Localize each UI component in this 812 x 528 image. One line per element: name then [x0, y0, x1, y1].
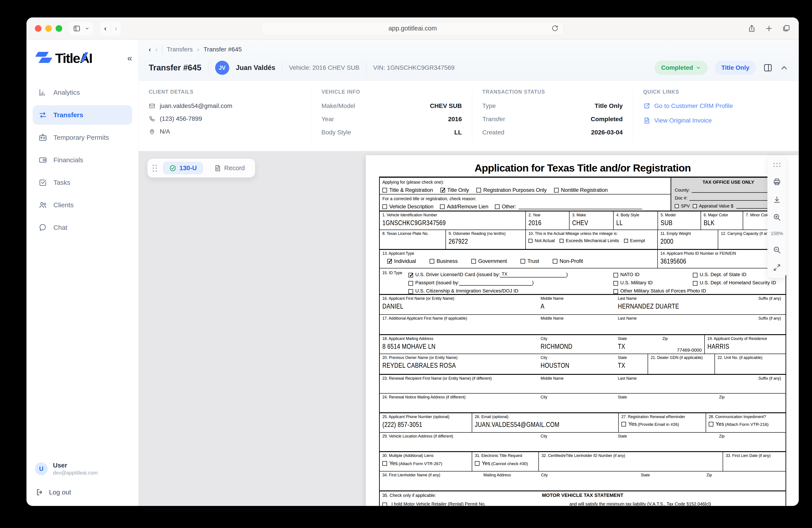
previous-owner-city-value[interactable]: HOUSTON: [541, 361, 598, 370]
county-value[interactable]: HARRIS: [707, 342, 768, 351]
body-style-value[interactable]: LL: [616, 219, 647, 227]
phone-value[interactable]: (222) 857-3051: [382, 420, 452, 429]
option-non-profit[interactable]: Non-Profit: [553, 258, 583, 264]
crm-profile-link[interactable]: Go to Customer CRM Profile: [643, 102, 788, 110]
empty-weight-value[interactable]: 2000: [661, 237, 704, 245]
status-badge[interactable]: Completed: [654, 61, 708, 75]
option-registration-purposes[interactable]: Registration Purposes Only: [476, 187, 547, 193]
checkbox[interactable]: [382, 503, 387, 506]
checkbox[interactable]: [693, 204, 697, 208]
checkbox[interactable]: [430, 259, 434, 263]
checkbox[interactable]: [408, 281, 413, 286]
option-driver-license[interactable]: U.S. Driver License/ID Card (issued by:T…: [408, 272, 611, 277]
sidebar-item-analytics[interactable]: Analytics: [33, 83, 132, 102]
option-title-registration[interactable]: Title & Registration: [382, 187, 433, 193]
last-name-value[interactable]: HERNANDEZ DUARTE: [618, 302, 698, 310]
reload-icon[interactable]: [551, 25, 559, 33]
checkbox[interactable]: [560, 239, 564, 243]
option-dhs-id[interactable]: U.S. Dept. of Homeland Security ID: [693, 280, 785, 286]
sidebar-item-chat[interactable]: Chat: [33, 218, 132, 237]
city-value[interactable]: RICHMOND: [541, 342, 598, 351]
checkbox[interactable]: [554, 188, 559, 192]
first-name-value[interactable]: DANIEL: [382, 302, 505, 310]
mailing-address-value[interactable]: 8 6514 MOHAVE LN: [382, 342, 505, 351]
major-color-value[interactable]: BLK: [704, 219, 733, 227]
checkbox[interactable]: [693, 281, 697, 286]
checkbox[interactable]: [440, 188, 445, 192]
sidebar-collapse-button[interactable]: «: [127, 53, 132, 63]
checkbox[interactable]: [382, 461, 387, 466]
option-exempt[interactable]: Exempt: [624, 238, 645, 243]
new-tab-icon[interactable]: [765, 24, 773, 33]
type-badge[interactable]: Title Only: [715, 61, 756, 75]
zip-value[interactable]: 77469-0000: [663, 347, 702, 353]
checkbox[interactable]: [471, 259, 476, 263]
email-value[interactable]: JUAN.VALDES54@GMAIL.COM: [475, 420, 588, 429]
option-other-military[interactable]: Other Military Status of Forces Photo ID: [613, 288, 693, 294]
option-exceeds-mechanical[interactable]: Exceeds Mechanical Limits: [560, 238, 619, 243]
model-value[interactable]: SUB: [661, 219, 691, 227]
forward-button[interactable]: ›: [115, 24, 117, 32]
sidebar-item-transfers[interactable]: Transfers: [33, 105, 132, 125]
previous-owner-value[interactable]: REYDEL CABRALES ROSA: [382, 361, 505, 370]
logout-button[interactable]: Log out: [33, 488, 132, 496]
photo-id-value[interactable]: 36195606: [661, 257, 758, 265]
original-invoice-link[interactable]: View Original Invoice: [643, 117, 788, 124]
checkbox[interactable]: [382, 204, 387, 209]
checkbox[interactable]: [475, 461, 479, 466]
option-not-actual[interactable]: Not Actual: [528, 238, 555, 243]
tab-overview-icon[interactable]: [782, 24, 791, 33]
option-add-remove-lien[interactable]: Add/Remove Lien: [440, 203, 488, 210]
checkbox[interactable]: [675, 204, 679, 208]
zoom-in-icon[interactable]: [773, 213, 781, 222]
sidebar-item-clients[interactable]: Clients: [33, 195, 132, 215]
checkbox[interactable]: [495, 204, 499, 209]
middle-name-value[interactable]: A: [541, 302, 598, 310]
fullscreen-icon[interactable]: [773, 263, 781, 272]
spv-option[interactable]: SPV: [675, 203, 690, 209]
minimize-window-button[interactable]: [45, 25, 52, 32]
zoom-out-icon[interactable]: [773, 246, 781, 254]
sidebar-toggle-button[interactable]: [69, 22, 93, 35]
option-nato-id[interactable]: NATO ID: [613, 272, 693, 277]
toolbar-drag-handle-icon[interactable]: [773, 163, 781, 167]
state-value[interactable]: TX: [618, 342, 649, 351]
odometer-value[interactable]: 267922: [449, 237, 508, 245]
split-view-icon[interactable]: [763, 63, 773, 73]
checkbox[interactable]: [613, 273, 618, 277]
checkbox[interactable]: [553, 259, 557, 263]
option-other[interactable]: Other:: [495, 203, 642, 210]
back-button[interactable]: ‹: [104, 24, 106, 32]
option-trust[interactable]: Trust: [521, 258, 539, 264]
option-individual[interactable]: Individual: [387, 258, 416, 264]
sidebar-item-financials[interactable]: Financials: [33, 150, 132, 170]
checkbox[interactable]: [440, 204, 445, 209]
drag-handle-icon[interactable]: [153, 165, 157, 172]
checkbox[interactable]: [408, 289, 413, 294]
previous-owner-state-value[interactable]: TX: [618, 361, 639, 370]
option-us-military-id[interactable]: U.S. Military ID: [613, 280, 693, 286]
option-nontitle-registration[interactable]: Nontitle Registration: [554, 187, 608, 193]
sidebar-item-tasks[interactable]: Tasks: [33, 173, 132, 192]
checkbox[interactable]: [613, 281, 618, 286]
breadcrumb-back-icon[interactable]: ‹: [149, 46, 151, 53]
breadcrumb-root[interactable]: Transfers: [167, 46, 193, 53]
checkbox[interactable]: [408, 273, 413, 277]
option-passport[interactable]: Passport (issued by:): [408, 280, 611, 286]
checkbox[interactable]: [624, 239, 628, 243]
checkbox[interactable]: [613, 289, 618, 294]
tab-record[interactable]: Record: [209, 162, 250, 174]
checkbox[interactable]: [476, 188, 481, 192]
close-window-button[interactable]: [35, 25, 42, 32]
option-etitle-yes[interactable]: Yes (Cannot check #30): [475, 460, 536, 467]
checkbox[interactable]: [528, 239, 533, 243]
option-uscis-doj[interactable]: U.S. Citizenship & Immigration Services/…: [408, 288, 611, 294]
breadcrumb-forward-icon[interactable]: ›: [155, 46, 158, 53]
checkbox[interactable]: [621, 422, 626, 427]
address-bar[interactable]: app.gotitleai.com: [261, 22, 564, 35]
appraisal-option[interactable]: Appraisal Value $: [693, 203, 733, 209]
user-profile[interactable]: U User dev@apptitleai.com: [33, 462, 132, 476]
make-value[interactable]: CHEV: [572, 219, 603, 227]
option-liens-yes[interactable]: Yes (Attach Form VTR-267): [382, 460, 469, 467]
year-value[interactable]: 2016: [528, 219, 559, 227]
